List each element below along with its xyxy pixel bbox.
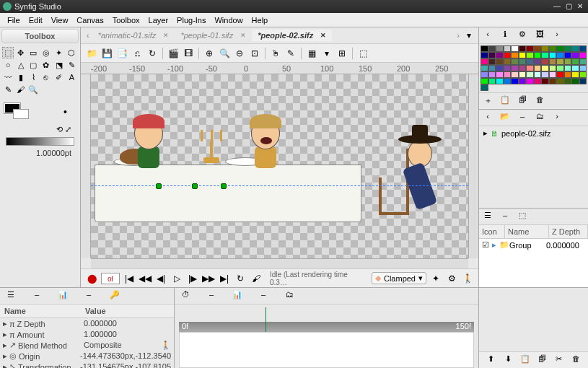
animate-icon[interactable]: 🚶 (161, 341, 171, 350)
palette-color[interactable] (496, 45, 504, 52)
record-button[interactable]: ⬤ (85, 272, 98, 285)
gradient-swatch[interactable] (6, 137, 74, 146)
palette-color[interactable] (481, 52, 488, 58)
palette-color[interactable] (541, 65, 549, 71)
palette-color[interactable] (534, 65, 542, 71)
menu-help[interactable]: Help (247, 14, 273, 26)
toolbar-button[interactable]: 📁 (85, 47, 98, 60)
palette-tool[interactable]: ＋ (481, 95, 494, 107)
palette-color[interactable] (579, 71, 587, 78)
palette-color[interactable] (549, 65, 557, 71)
palette-color[interactable] (511, 78, 519, 84)
palette-color[interactable] (556, 78, 564, 84)
tool-button[interactable]: ✥ (15, 47, 27, 58)
palette-color[interactable] (549, 52, 557, 58)
panel-tab[interactable]: 🗂 (533, 112, 546, 123)
palette-color[interactable] (579, 78, 587, 84)
palette-color[interactable] (481, 78, 488, 84)
panel-tab[interactable]: 📊 (231, 290, 244, 302)
document-tab[interactable]: *people-02.sifz✕ (252, 30, 332, 41)
palette-color[interactable] (488, 65, 496, 71)
palette-color[interactable] (481, 45, 488, 52)
toolbar-button[interactable]: ⊖ (233, 47, 246, 60)
param-row[interactable]: ▸↗Blend MethodComposite🚶 (0, 340, 174, 351)
panel-tab[interactable]: 📂 (499, 112, 512, 123)
toolbar-button[interactable]: ⊡ (248, 47, 261, 60)
palette-tool[interactable]: 🗑 (533, 95, 546, 107)
tool-button[interactable]: ⬔ (53, 59, 65, 71)
palette-color[interactable] (526, 52, 534, 58)
menu-plug-ins[interactable]: Plug-Ins (172, 14, 210, 26)
palette-color[interactable] (556, 65, 564, 71)
swap-reset[interactable]: ⟲ ⤢ (3, 123, 77, 134)
tool-button[interactable]: ✿ (40, 59, 52, 71)
palette-color[interactable] (556, 58, 564, 65)
menu-view[interactable]: View (47, 14, 73, 26)
palette-color[interactable] (549, 45, 557, 52)
tool-button[interactable]: ⌇ (27, 71, 39, 83)
panel-tab[interactable]: ⚙ (516, 30, 529, 41)
toolbar-button[interactable]: 🔍 (218, 47, 231, 60)
panel-tab[interactable]: 🗂 (283, 290, 296, 302)
palette-color[interactable] (511, 65, 519, 71)
window-max[interactable]: ▢ (563, 1, 574, 12)
canvas-browser-row[interactable]: ▸ 🗎 people-02.sifz (479, 126, 588, 140)
palette-color[interactable] (504, 65, 512, 71)
palette-color[interactable] (579, 65, 587, 71)
palette-color[interactable] (534, 71, 542, 78)
time-cursor[interactable] (266, 307, 266, 332)
layer-action[interactable]: ⬇ (502, 354, 515, 366)
playback-button[interactable]: ◀◀ (139, 272, 152, 285)
palette-color[interactable] (579, 52, 587, 58)
toolbar-button[interactable]: ⊕ (203, 47, 216, 60)
outline-opt[interactable]: • (63, 106, 67, 118)
panel-tab[interactable]: 🖼 (533, 30, 546, 41)
scrollbar-h[interactable] (91, 258, 468, 268)
tool-button[interactable]: ▢ (27, 59, 39, 71)
palette-color[interactable] (488, 45, 496, 52)
panel-tab[interactable]: ☰ (4, 290, 17, 302)
tabs-prev[interactable]: ‹ (84, 31, 92, 40)
playback-button[interactable]: ↻ (234, 272, 247, 285)
tool-button[interactable]: △ (15, 59, 27, 71)
palette-color[interactable] (534, 58, 542, 65)
palette-color[interactable] (481, 84, 488, 91)
transform-handle[interactable] (192, 183, 198, 189)
guide-line[interactable] (91, 185, 468, 186)
toolbar-button[interactable]: 🎞 (182, 47, 195, 60)
palette-color[interactable] (541, 45, 549, 52)
toolbar-button[interactable]: ⊞ (335, 47, 348, 60)
canvas[interactable] (91, 74, 468, 258)
window-min[interactable]: — (552, 1, 562, 12)
layer-action[interactable]: ✂ (553, 354, 566, 366)
palette-color[interactable] (541, 71, 549, 78)
playbar-option[interactable]: 🚶 (461, 272, 474, 285)
panel-tab[interactable]: – (257, 290, 270, 302)
toolbar-button[interactable]: 💾 (100, 47, 113, 60)
palette-color[interactable] (564, 78, 572, 84)
palette-color[interactable] (504, 71, 512, 78)
playbar-option[interactable]: ✦ (429, 272, 442, 285)
menu-canvas[interactable]: Canvas (72, 14, 107, 26)
palette-color[interactable] (496, 78, 504, 84)
panel-tab[interactable]: – (516, 112, 529, 123)
menu-edit[interactable]: Edit (25, 14, 47, 26)
palette-color[interactable] (496, 52, 504, 58)
tool-button[interactable]: ✐ (53, 71, 65, 83)
document-tab[interactable]: *animatic-01.sifz✕ (92, 30, 175, 41)
palette-color[interactable] (496, 65, 504, 71)
playback-button[interactable]: ▶▶ (202, 272, 215, 285)
palette-color[interactable] (571, 65, 579, 71)
tool-button[interactable]: ✎ (2, 84, 14, 95)
palette-color[interactable] (504, 52, 512, 58)
palette-color[interactable] (579, 58, 587, 65)
playback-button[interactable]: |◀ (123, 272, 136, 285)
palette-color[interactable] (526, 45, 534, 52)
palette-color[interactable] (534, 45, 542, 52)
param-row[interactable]: ▸πAmount1.000000 (0, 329, 174, 340)
panel-tab[interactable]: – (82, 290, 95, 302)
playback-button[interactable]: 🖌 (250, 272, 263, 285)
panel-tab[interactable]: ☰ (481, 211, 494, 222)
palette-color[interactable] (541, 52, 549, 58)
param-row[interactable]: ▸πZ Depth0.000000 (0, 318, 174, 329)
